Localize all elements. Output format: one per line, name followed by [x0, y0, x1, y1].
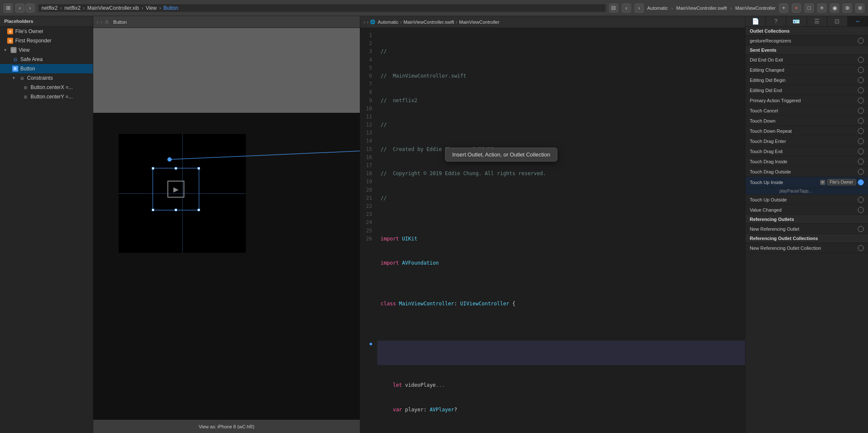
toolbar-right: ⊟ ‹ › Automatic › MainViewController.swi… — [609, 3, 865, 13]
event-editing-did-begin[interactable]: Editing Did Begin — [746, 75, 868, 85]
inspector-4-icon[interactable]: ⊕ — [843, 3, 852, 13]
new-referencing-outlet-collection-circle[interactable] — [858, 245, 864, 251]
inspector-1-icon[interactable]: □ — [804, 3, 814, 13]
placeholders-header: Placeholders — [0, 16, 93, 27]
event-touch-cancel[interactable]: Touch Cancel — [746, 106, 868, 116]
inspector-2-icon[interactable]: ≡ — [817, 3, 826, 13]
touch-up-inside-remove[interactable]: ✕ — [820, 180, 825, 185]
handle-tl[interactable] — [152, 167, 154, 170]
nav-back-button[interactable]: ‹ — [15, 3, 25, 13]
nav-right-icon[interactable]: › — [634, 3, 644, 13]
touch-drag-outside-circle[interactable] — [858, 169, 864, 175]
event-did-end-on-exit[interactable]: Did End On Exit — [746, 55, 868, 65]
safe-area-icon: ⊡ — [12, 56, 19, 63]
handle-tc[interactable] — [175, 167, 177, 170]
code-content[interactable]: 12345 678910 1112131415 1617181920 21222… — [360, 28, 745, 433]
inspector-tab-size[interactable]: ⊡ — [827, 16, 848, 26]
touch-down-circle[interactable] — [858, 118, 864, 124]
primary-action-circle[interactable] — [858, 98, 864, 103]
inspector-tab-connections[interactable]: ↔ — [848, 16, 868, 26]
touch-drag-exit-circle[interactable] — [858, 148, 864, 154]
code-nav-forward[interactable]: › — [367, 20, 369, 25]
tree-item-constraint-cx[interactable]: ⊞ Button.centerX =... — [0, 83, 93, 92]
swift-file-label[interactable]: MainViewController.swift — [676, 6, 727, 11]
grid-layout-icon[interactable]: ⊟ — [609, 3, 618, 13]
close-button[interactable]: × — [792, 3, 801, 13]
tree-item-files-owner[interactable]: ⊞ File's Owner — [0, 27, 93, 36]
view-disclosure-icon[interactable]: ▼ — [3, 48, 8, 52]
nav-forward-button[interactable]: › — [25, 3, 35, 13]
tooltip-text: Insert Outlet, Action, or Outlet Collect… — [452, 151, 550, 158]
tree-item-safe-area[interactable]: ⊡ Safe Area — [0, 55, 93, 64]
event-touch-drag-outside[interactable]: Touch Drag Outside — [746, 167, 868, 177]
event-touch-drag-exit[interactable]: Touch Drag Exit — [746, 146, 868, 156]
event-touch-drag-inside[interactable]: Touch Drag Inside — [746, 156, 868, 167]
gesture-recognizers-circle[interactable] — [858, 38, 864, 44]
touch-up-inside-circle[interactable] — [858, 179, 864, 185]
code-nav-file[interactable]: MainViewController.swift — [403, 20, 454, 25]
ib-nav-back[interactable]: ‹ — [97, 20, 98, 25]
nav-left-icon[interactable]: ‹ — [622, 3, 631, 13]
tree-item-view[interactable]: ▼ □ View — [0, 45, 93, 55]
inspector-tab-file[interactable]: 📄 — [746, 16, 766, 26]
tree-item-button[interactable]: B Button — [0, 64, 93, 73]
touch-drag-inside-circle[interactable] — [858, 159, 864, 165]
event-editing-did-end[interactable]: Editing Did End — [746, 85, 868, 95]
event-editing-changed[interactable]: Editing Changed — [746, 65, 868, 75]
code-nav-automatic[interactable]: Automatic — [378, 20, 398, 25]
handle-br[interactable] — [198, 209, 200, 211]
new-referencing-outlet-label: New Referencing Outlet — [750, 226, 856, 232]
canvas-area[interactable]: ▶ — [93, 28, 360, 419]
tree-item-constraints[interactable]: ▼ ⊞ Constraints — [0, 73, 93, 83]
ib-nav-forward[interactable]: › — [101, 20, 103, 25]
code-nav-class[interactable]: MainViewController — [459, 20, 499, 25]
editing-did-end-circle[interactable] — [858, 87, 864, 93]
event-touch-up-outside[interactable]: Touch Up Outside — [746, 195, 868, 205]
inspector-tab-help[interactable]: ? — [766, 16, 786, 26]
canvas-top — [93, 28, 360, 113]
editing-did-begin-circle[interactable] — [858, 77, 864, 83]
event-value-changed[interactable]: Value Changed — [746, 205, 868, 215]
event-touch-down-repeat[interactable]: Touch Down Repeat — [746, 126, 868, 136]
breadcrumb-button[interactable]: Button — [164, 5, 178, 11]
inspector-tab-identity[interactable]: 🪪 — [786, 16, 807, 26]
breadcrumb-netflix2-2[interactable]: netflix2 — [64, 5, 81, 11]
tree-item-constraint-cy[interactable]: ⊞ Button.centerY =... — [0, 92, 93, 101]
breadcrumb-netflix2[interactable]: netflix2 — [42, 5, 58, 11]
inspector-3-icon[interactable]: ◉ — [830, 3, 839, 13]
touch-down-repeat-circle[interactable] — [858, 128, 864, 134]
touch-drag-enter-circle[interactable] — [858, 138, 864, 144]
event-touch-up-inside[interactable]: Touch Up Inside ✕ File's Owner — [746, 177, 868, 188]
breadcrumb-xib[interactable]: MainViewController.xib — [87, 5, 139, 11]
touch-cancel-circle[interactable] — [858, 108, 864, 114]
new-referencing-outlet-collection-row[interactable]: New Referencing Outlet Collection — [746, 243, 868, 253]
new-referencing-outlet-circle[interactable] — [858, 226, 864, 232]
event-touch-drag-enter[interactable]: Touch Drag Enter — [746, 136, 868, 146]
code-lines[interactable]: // // MainViewController.swift // netfli… — [377, 28, 745, 433]
handle-bl[interactable] — [152, 209, 154, 211]
event-touch-down[interactable]: Touch Down — [746, 116, 868, 126]
app-icon[interactable]: ⊞ — [3, 3, 13, 13]
outlet-gesture-recognizers[interactable]: gestureRecognizers — [746, 36, 868, 46]
safe-area-label: Safe Area — [20, 56, 43, 62]
code-nav-back[interactable]: ‹ — [364, 20, 365, 25]
editing-changed-circle[interactable] — [858, 67, 864, 73]
handle-bc[interactable] — [175, 209, 177, 211]
breadcrumb-view[interactable]: View — [146, 5, 157, 11]
main-toolbar: ⊞ ‹ › netflix2 › netflix2 › MainViewCont… — [0, 0, 868, 16]
did-end-on-exit-circle[interactable] — [858, 57, 864, 63]
inspector-tab-attributes[interactable]: ☰ — [807, 16, 827, 26]
inspector-5-icon[interactable]: ⊗ — [855, 3, 865, 13]
new-referencing-outlet-row[interactable]: New Referencing Outlet — [746, 224, 868, 234]
handle-tr[interactable] — [198, 167, 200, 170]
tree-item-first-responder[interactable]: ⊞ First Responder — [0, 36, 93, 45]
touch-up-outside-circle[interactable] — [858, 197, 864, 203]
class-label[interactable]: MainViewController — [735, 6, 776, 11]
code-line-2: // MainViewController.swift — [377, 72, 745, 80]
event-primary-action[interactable]: Primary Action Triggered — [746, 95, 868, 106]
value-changed-circle[interactable] — [858, 207, 864, 213]
selection-rect: ▶ — [153, 168, 199, 210]
constraints-disclosure-icon[interactable]: ▼ — [12, 76, 17, 80]
add-button[interactable]: + — [779, 3, 788, 13]
play-button-icon[interactable]: ▶ — [167, 181, 184, 198]
